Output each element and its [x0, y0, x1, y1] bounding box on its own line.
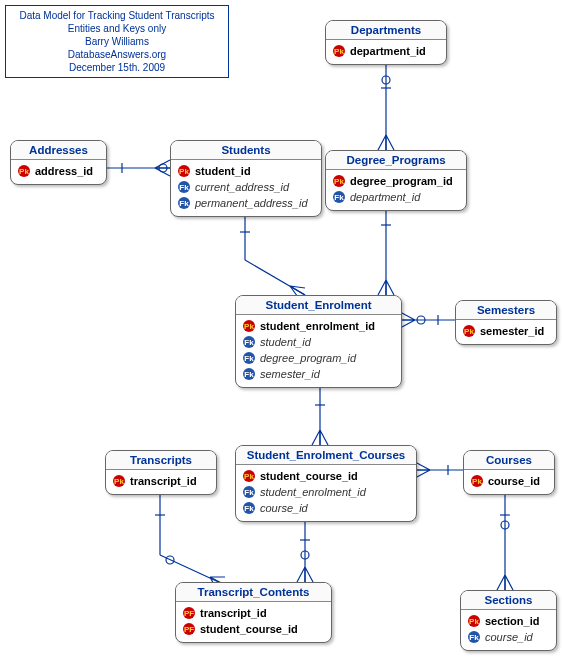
entity-title: Students	[171, 141, 321, 160]
title-line: DatabaseAnswers.org	[12, 48, 222, 61]
attr-fk: Fkcourse_id	[467, 629, 550, 645]
entity-title: Transcripts	[106, 451, 216, 470]
attr-pf: PFtranscript_id	[182, 605, 325, 621]
svg-point-24	[166, 556, 174, 564]
attr-pk: Pkcourse_id	[470, 473, 548, 489]
entity-title: Courses	[464, 451, 554, 470]
svg-text:Fk: Fk	[244, 338, 254, 347]
svg-text:Pk: Pk	[472, 477, 482, 486]
attr-fk: Fkcourse_id	[242, 500, 410, 516]
attr-pf: PFstudent_course_id	[182, 621, 325, 637]
attr-fk: Fksemester_id	[242, 366, 395, 382]
svg-point-27	[301, 551, 309, 559]
title-line: Data Model for Tracking Student Transcri…	[12, 9, 222, 22]
entity-title: Semesters	[456, 301, 556, 320]
entity-degree-programs: Degree_Programs Pkdegree_program_id Fkde…	[325, 150, 467, 211]
svg-text:Fk: Fk	[469, 633, 479, 642]
svg-text:Pk: Pk	[334, 47, 344, 56]
attr-pk: Pkdegree_program_id	[332, 173, 460, 189]
attr-pk: Pksemester_id	[462, 323, 550, 339]
entity-title: Transcript_Contents	[176, 583, 331, 602]
title-line: Barry Williams	[12, 35, 222, 48]
svg-point-5	[159, 164, 167, 172]
diagram-title: Data Model for Tracking Student Transcri…	[5, 5, 229, 78]
entity-courses: Courses Pkcourse_id	[463, 450, 555, 495]
entity-title: Degree_Programs	[326, 151, 466, 170]
title-line: Entities and Keys only	[12, 22, 222, 35]
svg-text:Pk: Pk	[244, 322, 254, 331]
svg-text:Pk: Pk	[114, 477, 124, 486]
entity-title: Addresses	[11, 141, 106, 160]
svg-text:Pk: Pk	[469, 617, 479, 626]
attr-fk: Fkstudent_id	[242, 334, 395, 350]
attr-fk: Fkstudent_enrolment_id	[242, 484, 410, 500]
attr-fk: Fkpermanent_address_id	[177, 195, 315, 211]
attr-pk: Pkstudent_course_id	[242, 468, 410, 484]
entity-addresses: Addresses Pkaddress_id	[10, 140, 107, 185]
entity-transcript-contents: Transcript_Contents PFtranscript_id PFst…	[175, 582, 332, 643]
entity-student-enrolment-courses: Student_Enrolment_Courses Pkstudent_cour…	[235, 445, 417, 522]
svg-text:PF: PF	[184, 625, 194, 634]
entity-semesters: Semesters Pksemester_id	[455, 300, 557, 345]
svg-text:Fk: Fk	[334, 193, 344, 202]
attr-pk: Pktranscript_id	[112, 473, 210, 489]
svg-text:Pk: Pk	[244, 472, 254, 481]
svg-text:Pk: Pk	[464, 327, 474, 336]
svg-point-20	[501, 521, 509, 529]
entity-students: Students Pkstudent_id Fkcurrent_address_…	[170, 140, 322, 217]
attr-pk: Pkstudent_enrolment_id	[242, 318, 395, 334]
svg-text:Fk: Fk	[244, 488, 254, 497]
attr-pk: Pkstudent_id	[177, 163, 315, 179]
svg-text:Pk: Pk	[334, 177, 344, 186]
svg-text:Fk: Fk	[244, 354, 254, 363]
attr-fk: Fkdegree_program_id	[242, 350, 395, 366]
attr-pk: Pkaddress_id	[17, 163, 100, 179]
entity-title: Student_Enrolment	[236, 296, 401, 315]
entity-sections: Sections Pksection_id Fkcourse_id	[460, 590, 557, 651]
svg-text:Fk: Fk	[244, 370, 254, 379]
entity-student-enrolment: Student_Enrolment Pkstudent_enrolment_id…	[235, 295, 402, 388]
svg-text:Fk: Fk	[179, 183, 189, 192]
entity-title: Student_Enrolment_Courses	[236, 446, 416, 465]
attr-fk: Fkcurrent_address_id	[177, 179, 315, 195]
svg-text:Fk: Fk	[179, 199, 189, 208]
attr-fk: Fkdepartment_id	[332, 189, 460, 205]
svg-point-2	[382, 76, 390, 84]
entity-departments: Departments Pkdepartment_id	[325, 20, 447, 65]
attr-pk: Pksection_id	[467, 613, 550, 629]
svg-line-7	[245, 260, 305, 295]
title-line: December 15th. 2009	[12, 61, 222, 74]
svg-line-22	[160, 555, 225, 585]
svg-text:Pk: Pk	[179, 167, 189, 176]
svg-text:PF: PF	[184, 609, 194, 618]
svg-point-13	[417, 316, 425, 324]
svg-text:Fk: Fk	[244, 504, 254, 513]
attr-pk: Pkdepartment_id	[332, 43, 440, 59]
entity-title: Departments	[326, 21, 446, 40]
svg-text:Pk: Pk	[19, 167, 29, 176]
entity-transcripts: Transcripts Pktranscript_id	[105, 450, 217, 495]
entity-title: Sections	[461, 591, 556, 610]
